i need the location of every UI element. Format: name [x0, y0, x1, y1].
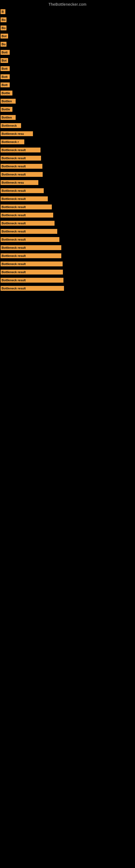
bar-label: Bottleneck result [1, 188, 44, 193]
bar-row: Bo [0, 16, 135, 24]
bar-label: Bottleneck result [1, 286, 64, 291]
bar-label: Bottleneck result [1, 196, 48, 201]
bar-row: Bottleneck result [0, 219, 135, 227]
bar-label: B [1, 9, 5, 14]
bar-label: Bott [1, 83, 10, 87]
bar-label: Bottleneck result [1, 270, 63, 275]
bar-label: Bo [1, 42, 6, 46]
bar-row: Bottleneck [0, 122, 135, 130]
bar-row: Bottleneck result [0, 211, 135, 219]
bar-label: Bottleneck result [1, 229, 57, 234]
bar-label: Bottleneck result [1, 156, 41, 161]
bar-label: Bottleneck result [1, 205, 52, 209]
site-title: TheBottlenecker.com [0, 0, 135, 8]
bar-label: Bottleneck result [1, 261, 63, 267]
bar-row: Bottleneck result [0, 252, 135, 260]
bar-row: Bottleneck result [0, 195, 135, 203]
bar-row: Bottlen [0, 113, 135, 122]
bar-row: Bott [0, 73, 135, 81]
bar-label: Bottleneck result [1, 237, 59, 242]
bar-label: Bo [1, 18, 6, 22]
bar-row: Bottleneck result [0, 203, 135, 211]
bar-row: Bottleneck result [0, 244, 135, 252]
bar-row: Bottle [0, 89, 135, 97]
bar-label: Bottlen [1, 115, 16, 120]
bar-row: Bottleneck r [0, 138, 135, 146]
bar-row: Bottleneck result [0, 170, 135, 179]
bar-label: Bo [1, 26, 6, 30]
bar-row: Bottleneck result [0, 260, 135, 268]
bar-label: Bott [1, 66, 10, 71]
bar-label: Bottleneck result [1, 221, 54, 226]
bar-label: Bottle [1, 91, 12, 95]
bar-label: Bot [1, 58, 8, 63]
bar-row: Bottleneck resu [0, 179, 135, 187]
bar-row: Bott [0, 65, 135, 73]
bar-label: Bottleneck result [1, 172, 43, 177]
bar-row: Bot [0, 32, 135, 40]
bar-row: Bott [0, 81, 135, 89]
bar-label: Bottleneck resu [1, 131, 33, 136]
bar-row: Bo [0, 24, 135, 32]
bar-row: Bot [0, 56, 135, 65]
bar-row: Bottleneck result [0, 284, 135, 292]
bar-row: Bottleneck result [0, 187, 135, 195]
bars-container: BBoBoBotBoBottBotBottBottBottBottleBottl… [0, 8, 135, 292]
bar-label: Bottleneck result [1, 245, 61, 250]
bar-row: Bottleneck result [0, 162, 135, 170]
bar-label: Bottleneck resu [1, 180, 38, 185]
bar-row: Bottleneck result [0, 227, 135, 236]
bar-row: Bottleneck result [0, 276, 135, 284]
bar-label: Bottleneck result [1, 164, 42, 169]
bar-label: Bottleneck result [1, 148, 41, 152]
bar-label: Bott [1, 74, 10, 79]
bar-row: Bottleneck resu [0, 130, 135, 138]
bar-label: Bottlen [1, 99, 16, 104]
bar-label: Bot [1, 34, 8, 38]
bar-label: Bottleneck result [1, 213, 53, 218]
bar-row: Bottleneck result [0, 268, 135, 276]
bar-label: Bottleneck [1, 123, 21, 128]
bar-label: Bottleneck result [1, 278, 63, 283]
bar-label: Bottleneck r [1, 140, 24, 144]
bar-row: Bottleneck result [0, 154, 135, 162]
bar-label: Bottle [1, 107, 12, 112]
bar-row: Bottleneck result [0, 236, 135, 244]
bar-row: Bottlen [0, 97, 135, 105]
bar-row: Bott [0, 48, 135, 56]
bar-row: Bottle [0, 105, 135, 113]
bar-row: Bo [0, 40, 135, 48]
bar-row: Bottleneck result [0, 146, 135, 154]
bar-label: Bottleneck result [1, 253, 61, 258]
bar-row: B [0, 8, 135, 16]
bar-label: Bott [1, 50, 10, 55]
